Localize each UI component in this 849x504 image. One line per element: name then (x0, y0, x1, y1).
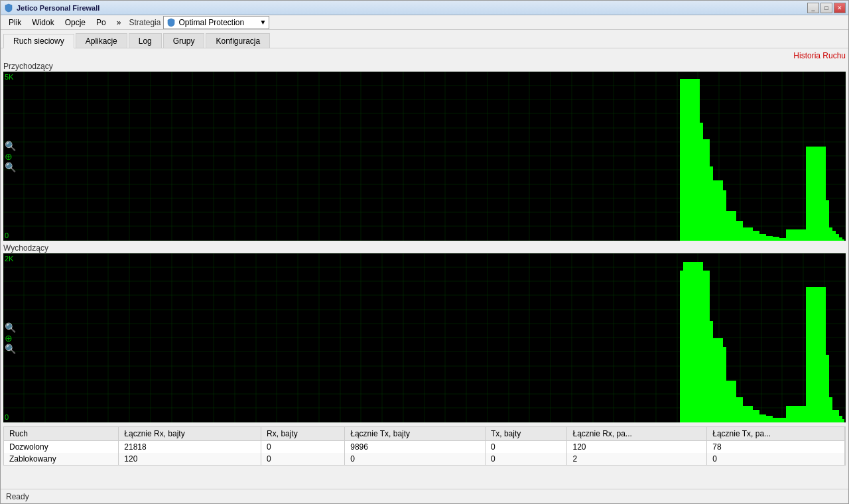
row2-tx: 0 (485, 453, 567, 465)
strategy-shield-icon (166, 18, 176, 27)
dropdown-arrow-icon: ▼ (260, 19, 267, 26)
minimize-button[interactable]: _ (807, 3, 819, 13)
outgoing-label: Wychodzący (3, 243, 846, 253)
row1-ruch: Dozwolony (4, 441, 119, 454)
tab-bar: Ruch sieciowy Aplikacje Log Grupy Konfig… (1, 30, 848, 48)
strategy-label: Strategia (129, 18, 161, 27)
row1-lacznie-tx: 9896 (345, 441, 486, 454)
menu-bar: Plik Widok Opcje Po » Strategia Optimal … (1, 15, 848, 30)
outgoing-zoom-icons: 🔍 ⊕ 🔍 (5, 323, 16, 353)
tab-konfiguracja[interactable]: Konfiguracja (206, 33, 270, 48)
outgoing-canvas (3, 253, 846, 422)
row2-lacznie-tx: 0 (345, 453, 486, 465)
maximize-button[interactable]: □ (820, 3, 832, 13)
tab-aplikacje[interactable]: Aplikacje (76, 33, 127, 48)
row1-lacznie-rx: 21818 (119, 441, 261, 454)
row1-lacznie-rx-pa: 120 (567, 441, 707, 454)
row1-lacznie-tx-pa: 78 (707, 441, 845, 454)
incoming-canvas (3, 72, 846, 241)
status-bar: Ready (1, 489, 848, 503)
col-lacznie-rx: Łącznie Rx, bajty (119, 427, 261, 441)
strategy-value: Optimal Protection (178, 18, 244, 27)
col-rx: Rx, bajty (261, 427, 345, 441)
row2-lacznie-rx: 120 (119, 453, 261, 465)
row2-ruch: Zablokowany (4, 453, 119, 465)
title-bar: Jetico Personal Firewall _ □ ✕ (1, 1, 848, 15)
menu-more[interactable]: » (111, 15, 127, 30)
table-row: Zablokowany 120 0 0 0 2 0 (4, 453, 845, 465)
incoming-section: Przychodzący 5K 0 🔍 ⊕ 🔍 (3, 62, 846, 241)
tab-ruch-sieciowy[interactable]: Ruch sieciowy (3, 34, 74, 48)
outgoing-scale-bottom: 0 (5, 413, 9, 421)
outgoing-zoom-in-icon[interactable]: 🔍 (5, 323, 16, 332)
outgoing-zoom-out-icon[interactable]: 🔍 (5, 344, 16, 353)
tab-log[interactable]: Log (129, 33, 162, 48)
menu-widok[interactable]: Widok (27, 15, 59, 30)
app-icon (3, 3, 14, 13)
outgoing-zoom-fit-icon[interactable]: ⊕ (5, 334, 16, 343)
zoom-fit-icon[interactable]: ⊕ (5, 152, 16, 161)
row2-lacznie-tx-pa: 0 (707, 453, 845, 465)
menu-opcje[interactable]: Opcje (60, 15, 91, 30)
status-text: Ready (6, 492, 29, 501)
window-controls: _ □ ✕ (807, 3, 846, 13)
tab-grupy[interactable]: Grupy (163, 33, 205, 48)
zoom-out-icon[interactable]: 🔍 (5, 162, 16, 172)
outgoing-chart: 2K 0 🔍 ⊕ 🔍 (3, 253, 846, 422)
table-row: Dozwolony 21818 0 9896 0 120 78 (4, 441, 845, 454)
incoming-zoom-icons: 🔍 ⊕ 🔍 (5, 141, 16, 172)
row1-tx: 0 (485, 441, 567, 454)
strategy-area: Strategia Optimal Protection ▼ (129, 16, 269, 29)
historia-link[interactable]: Historia Ruchu (3, 51, 846, 60)
close-button[interactable]: ✕ (834, 3, 846, 13)
content-area: Historia Ruchu Przychodzący 5K 0 🔍 ⊕ 🔍 W… (1, 48, 848, 489)
col-lacznie-rx-pa: Łącznie Rx, pa... (567, 427, 707, 441)
outgoing-section: Wychodzący 2K 0 🔍 ⊕ 🔍 (3, 243, 846, 422)
menu-plik[interactable]: Plik (3, 15, 27, 30)
window-title: Jetico Personal Firewall (17, 4, 99, 12)
col-tx: Tx, bajty (485, 427, 567, 441)
stats-table: Ruch Łącznie Rx, bajty Rx, bajty Łącznie… (3, 426, 846, 466)
col-lacznie-tx: Łącznie Tx, bajty (345, 427, 486, 441)
row1-rx: 0 (261, 441, 345, 454)
col-lacznie-tx-pa: Łącznie Tx, pa... (707, 427, 845, 441)
incoming-label: Przychodzący (3, 62, 846, 71)
row2-rx: 0 (261, 453, 345, 465)
main-window: Jetico Personal Firewall _ □ ✕ Plik Wido… (0, 0, 849, 504)
zoom-in-icon[interactable]: 🔍 (5, 141, 16, 151)
incoming-scale-top: 5K (5, 73, 13, 81)
col-ruch: Ruch (4, 427, 119, 441)
outgoing-scale-top: 2K (5, 255, 13, 263)
row2-lacznie-rx-pa: 2 (567, 453, 707, 465)
menu-po[interactable]: Po (91, 15, 111, 30)
strategy-dropdown[interactable]: Optimal Protection ▼ (163, 16, 269, 29)
incoming-chart: 5K 0 🔍 ⊕ 🔍 (3, 72, 846, 241)
incoming-scale-bottom: 0 (5, 231, 9, 239)
